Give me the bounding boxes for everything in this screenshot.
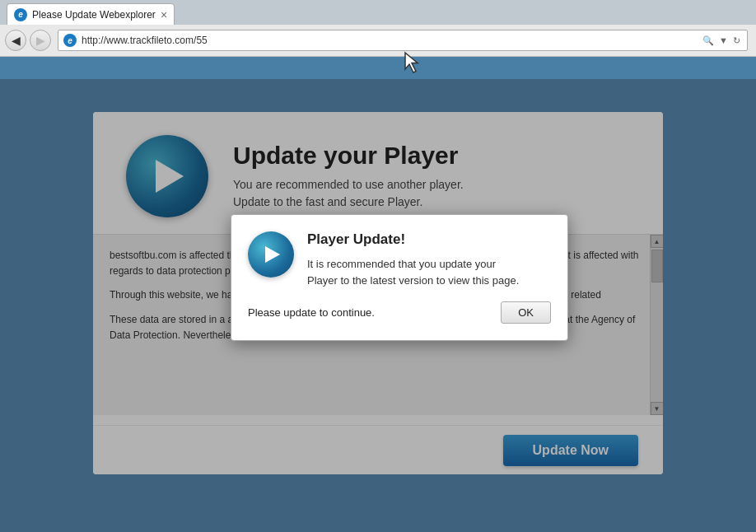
modal-body-line2: Player to the latest version to view thi…	[307, 273, 519, 289]
browser-chrome: e Please Update Webexplorer × ◀ ▶ e http…	[0, 0, 756, 57]
refresh-icon[interactable]: ↻	[731, 35, 742, 46]
modal-footer: Please update to continue. OK	[248, 301, 551, 324]
modal-continue-text: Please update to continue.	[248, 306, 375, 319]
modal-text-area: Player Update! It is recommended that yo…	[307, 231, 519, 288]
search-icon[interactable]: 🔍	[701, 35, 716, 46]
modal-dialog: Player Update! It is recommended that yo…	[231, 214, 568, 341]
modal-title: Player Update!	[307, 231, 519, 248]
address-bar-controls: 🔍 ▼ ↻	[701, 35, 742, 46]
address-favicon: e	[63, 34, 77, 47]
modal-header: Player Update! It is recommended that yo…	[248, 231, 551, 288]
modal-ok-button[interactable]: OK	[501, 301, 551, 324]
modal-player-icon	[248, 231, 294, 278]
tab-close-button[interactable]: ×	[161, 9, 167, 21]
dropdown-icon[interactable]: ▼	[717, 35, 730, 45]
browser-tab[interactable]: e Please Update Webexplorer ×	[7, 3, 175, 25]
modal-body-line1: It is recommended that you update your	[307, 256, 519, 273]
browser-controls: ◀ ▶ e http://www.trackfileto.com/55 🔍 ▼ …	[0, 25, 756, 56]
back-button[interactable]: ◀	[5, 30, 26, 51]
tab-label: Please Update Webexplorer	[32, 9, 156, 21]
forward-button[interactable]: ▶	[30, 30, 51, 51]
address-bar[interactable]: e http://www.trackfileto.com/55 🔍 ▼ ↻	[58, 30, 748, 51]
tab-favicon: e	[14, 8, 27, 21]
modal-play-triangle-icon	[265, 246, 280, 263]
tab-bar: e Please Update Webexplorer ×	[0, 0, 756, 25]
address-text: http://www.trackfileto.com/55	[82, 35, 701, 46]
